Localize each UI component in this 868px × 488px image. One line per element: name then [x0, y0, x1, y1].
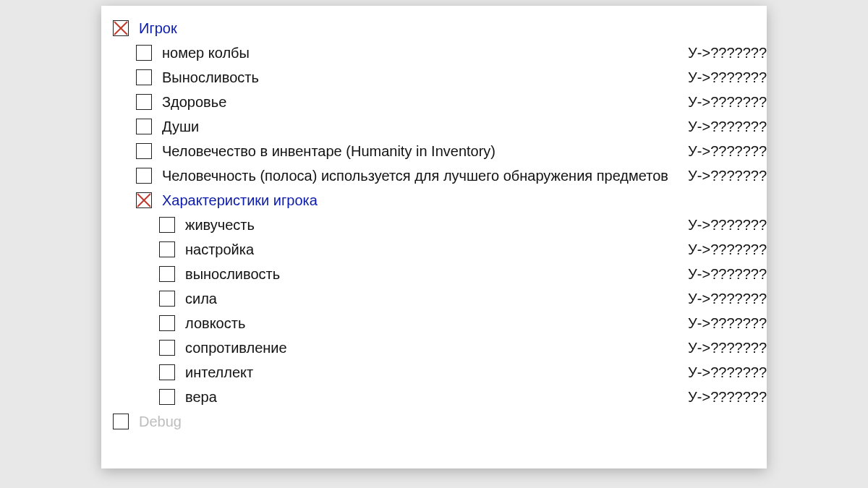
item-label: сопротивление	[185, 340, 287, 356]
checkbox-icon[interactable]	[159, 266, 175, 282]
item-value[interactable]: У->???????	[684, 45, 767, 61]
checkbox-icon[interactable]	[113, 414, 129, 429]
checkbox-icon[interactable]	[159, 241, 175, 257]
item-value[interactable]: У->???????	[684, 217, 767, 234]
tree-item[interactable]: ловкость У->???????	[101, 311, 767, 335]
tree-item[interactable]: Человечность (полоса) используется для л…	[101, 163, 767, 188]
item-value[interactable]: У->???????	[684, 94, 767, 111]
tree-group-debug[interactable]: Debug	[101, 409, 767, 434]
tree-item[interactable]: живучесть У->???????	[101, 213, 767, 237]
item-label: выносливость	[185, 266, 280, 283]
checkbox-icon[interactable]	[159, 217, 175, 233]
item-label: настройка	[185, 241, 254, 258]
tree-item[interactable]: выносливость У->???????	[101, 262, 767, 286]
checkbox-checked-icon[interactable]	[136, 192, 152, 208]
checkbox-icon[interactable]	[159, 389, 175, 405]
checkbox-icon[interactable]	[159, 291, 175, 307]
tree-group-stats[interactable]: Характеристики игрока	[101, 188, 767, 213]
item-value[interactable]: У->???????	[684, 119, 767, 135]
item-value[interactable]: У->???????	[684, 266, 767, 283]
tree-item[interactable]: сопротивление У->???????	[101, 335, 767, 360]
tree-group-player[interactable]: Игрок	[101, 16, 767, 40]
item-value[interactable]: У->???????	[684, 143, 767, 160]
tree-item[interactable]: Здоровье У->???????	[101, 90, 767, 114]
cheat-table-panel: Игрок номер колбы У->??????? Выносливост…	[101, 6, 767, 468]
checkbox-icon[interactable]	[159, 340, 175, 356]
group-label-debug: Debug	[139, 414, 182, 430]
checkbox-icon[interactable]	[136, 119, 152, 134]
cheat-tree: Игрок номер колбы У->??????? Выносливост…	[101, 6, 767, 434]
item-label: Человечество в инвентаре (Humanity in In…	[162, 143, 495, 160]
item-value[interactable]: У->???????	[684, 291, 767, 307]
item-label: Души	[162, 119, 199, 135]
group-label-player: Игрок	[139, 20, 177, 37]
checkbox-icon[interactable]	[136, 94, 152, 110]
tree-item[interactable]: Души У->???????	[101, 114, 767, 139]
tree-item[interactable]: Выносливость У->???????	[101, 65, 767, 90]
item-label: номер колбы	[162, 45, 250, 61]
checkbox-icon[interactable]	[136, 143, 152, 159]
item-label: Человечность (полоса) используется для л…	[162, 168, 668, 184]
checkbox-icon[interactable]	[136, 69, 152, 85]
checkbox-icon[interactable]	[159, 315, 175, 331]
item-value[interactable]: У->???????	[684, 168, 767, 184]
tree-item[interactable]: интеллект У->???????	[101, 360, 767, 385]
item-label: сила	[185, 291, 217, 307]
tree-item[interactable]: вера У->???????	[101, 385, 767, 409]
item-label: Выносливость	[162, 69, 259, 86]
item-value[interactable]: У->???????	[684, 364, 767, 381]
tree-item[interactable]: Человечество в инвентаре (Humanity in In…	[101, 139, 767, 163]
item-label: вера	[185, 389, 217, 406]
item-value[interactable]: У->???????	[684, 389, 767, 406]
item-value[interactable]: У->???????	[684, 315, 767, 332]
checkbox-checked-icon[interactable]	[113, 20, 129, 36]
item-label: интеллект	[185, 364, 253, 381]
item-value[interactable]: У->???????	[684, 241, 767, 258]
checkbox-icon[interactable]	[159, 364, 175, 380]
item-label: ловкость	[185, 315, 245, 332]
checkbox-icon[interactable]	[136, 45, 152, 61]
item-value[interactable]: У->???????	[684, 340, 767, 356]
group-label-stats: Характеристики игрока	[162, 192, 318, 209]
item-label: Здоровье	[162, 94, 226, 111]
tree-item[interactable]: настройка У->???????	[101, 237, 767, 262]
item-label: живучесть	[185, 217, 255, 234]
checkbox-icon[interactable]	[136, 168, 152, 184]
tree-item[interactable]: сила У->???????	[101, 286, 767, 311]
tree-item[interactable]: номер колбы У->???????	[101, 40, 767, 65]
item-value[interactable]: У->???????	[684, 69, 767, 86]
